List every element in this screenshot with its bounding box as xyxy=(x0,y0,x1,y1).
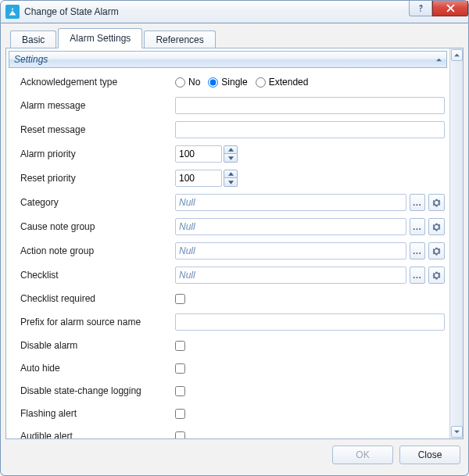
help-button[interactable] xyxy=(409,1,432,16)
label-cause-note-group: Cause note group xyxy=(11,221,175,232)
label-reset-message: Reset message xyxy=(11,124,175,135)
label-disable-state-change-logging: Disable state-change logging xyxy=(11,385,175,396)
reset-priority-up[interactable] xyxy=(224,170,238,178)
alarm-priority-up[interactable] xyxy=(224,145,238,154)
flashing-alert-checkbox[interactable] xyxy=(175,409,185,419)
app-icon xyxy=(5,5,20,19)
label-alarm-message: Alarm message xyxy=(11,100,175,111)
title-bar: Change of State Alarm xyxy=(0,0,469,23)
label-checklist-required: Checklist required xyxy=(11,293,175,304)
label-reset-priority: Reset priority xyxy=(11,173,175,184)
radio-single[interactable]: Single xyxy=(208,77,247,88)
category-input[interactable] xyxy=(175,194,406,211)
reset-message-input[interactable] xyxy=(175,121,445,138)
label-category: Category xyxy=(11,197,175,208)
svg-rect-0 xyxy=(12,9,13,10)
reset-priority-input[interactable] xyxy=(175,170,222,187)
alarm-priority-down[interactable] xyxy=(224,154,238,163)
tab-strip: Basic Alarm Settings References xyxy=(10,28,464,48)
cause-note-gear-button[interactable] xyxy=(428,218,445,235)
window-buttons xyxy=(409,1,468,23)
radio-extended[interactable]: Extended xyxy=(256,77,309,88)
action-note-gear-button[interactable] xyxy=(428,242,445,259)
label-ack-type: Acknowledgement type xyxy=(11,77,175,88)
reset-priority-down[interactable] xyxy=(224,178,238,187)
radio-extended-input[interactable] xyxy=(256,77,266,88)
form-body: Acknowledgement type No Single Extended … xyxy=(6,68,449,438)
alarm-priority-input[interactable] xyxy=(175,145,222,163)
section-title: Settings xyxy=(14,54,48,65)
disable-state-change-logging-checkbox[interactable] xyxy=(175,386,185,396)
tab-panel: Settings Acknowledgement type No Single … xyxy=(5,48,464,439)
alarm-message-input[interactable] xyxy=(175,97,445,114)
label-prefix-alarm-source: Prefix for alarm source name xyxy=(11,317,175,327)
radio-no[interactable]: No xyxy=(175,77,200,88)
checklist-required-checkbox[interactable] xyxy=(175,294,185,304)
category-gear-button[interactable] xyxy=(428,194,445,211)
checklist-input[interactable] xyxy=(175,267,406,284)
ok-button[interactable]: OK xyxy=(332,446,393,464)
tab-references[interactable]: References xyxy=(144,30,215,48)
collapse-icon[interactable] xyxy=(436,54,442,65)
scroll-up-button[interactable] xyxy=(451,49,463,61)
checklist-gear-button[interactable] xyxy=(428,267,445,284)
label-auto-hide: Auto hide xyxy=(11,363,175,374)
label-disable-alarm: Disable alarm xyxy=(11,340,175,351)
close-dialog-button[interactable]: Close xyxy=(399,446,460,464)
prefix-alarm-source-input[interactable] xyxy=(175,313,445,331)
radio-no-input[interactable] xyxy=(175,77,185,88)
close-button[interactable] xyxy=(432,1,468,16)
action-note-group-input[interactable] xyxy=(175,242,406,259)
vertical-scrollbar[interactable] xyxy=(449,48,463,438)
auto-hide-checkbox[interactable] xyxy=(175,363,185,374)
window-body: Basic Alarm Settings References Settings… xyxy=(0,23,469,476)
cause-note-group-input[interactable] xyxy=(175,218,406,235)
dialog-footer: OK Close xyxy=(5,439,464,464)
ack-type-radios: No Single Extended xyxy=(175,77,308,88)
action-note-browse-button[interactable]: ... xyxy=(410,242,426,259)
radio-single-input[interactable] xyxy=(208,77,218,88)
category-browse-button[interactable]: ... xyxy=(410,194,426,211)
tab-alarm-settings[interactable]: Alarm Settings xyxy=(58,28,142,48)
checklist-browse-button[interactable]: ... xyxy=(410,267,426,284)
label-flashing-alert: Flashing alert xyxy=(11,408,175,419)
scroll-down-button[interactable] xyxy=(451,426,463,438)
disable-alarm-checkbox[interactable] xyxy=(175,341,185,351)
cause-note-browse-button[interactable]: ... xyxy=(410,218,426,235)
label-audible-alert: Audible alert xyxy=(11,431,175,438)
label-checklist: Checklist xyxy=(11,270,175,281)
settings-section-header[interactable]: Settings xyxy=(9,51,447,68)
label-action-note-group: Action note group xyxy=(11,245,175,256)
window-title: Change of State Alarm xyxy=(24,6,119,17)
audible-alert-checkbox[interactable] xyxy=(175,431,185,439)
label-alarm-priority: Alarm priority xyxy=(11,149,175,159)
tab-basic[interactable]: Basic xyxy=(10,30,56,48)
